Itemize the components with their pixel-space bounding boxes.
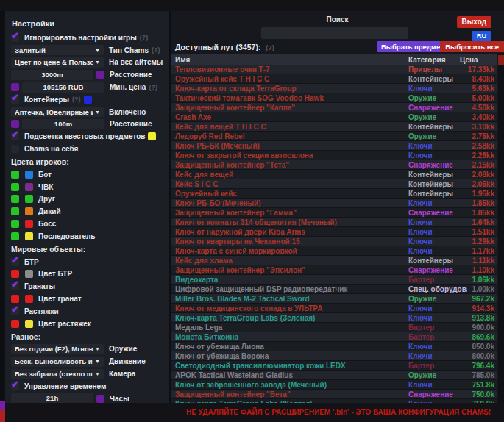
loot-table-row[interactable]: Защищенный контейнер "Каппа"Снаряжение4.… [171,103,497,112]
loot-table-row[interactable]: Ключ от медицинского склада в УЛЬТРАКлюч… [171,304,497,313]
loot-table-row[interactable]: Ключ от закрытой секции автосалонаКлючи2… [171,151,497,160]
loot-table-row[interactable]: ВидеокартаБартер1.06kk [171,275,497,285]
loot-table-row[interactable]: Монета БиткоинаБартер869.6k [171,332,497,342]
color-swatch[interactable] [25,220,33,228]
hours-color-swatch[interactable] [96,395,104,403]
color-swatch[interactable] [11,183,19,191]
checkbox-icon[interactable] [11,145,19,153]
checkbox-checked-icon[interactable] [11,282,19,290]
container-types-dropdown[interactable]: Аптечка, Ювелирные и... [11,107,104,117]
price-color-dropdown[interactable]: Цвет по цене & Пользователь [11,57,104,68]
quest-items-row[interactable]: Подсветка квестовых предметов [5,130,169,143]
help-icon[interactable]: (?) [140,34,149,41]
world-object-toggle-row[interactable]: БТР [5,256,169,268]
world-color-row[interactable]: Цвет БТР [5,268,169,281]
loot-table-row[interactable]: Защищенный контейнер "Гамма"Снаряжение1.… [171,208,497,218]
distance-input[interactable]: 3000m [11,70,93,80]
color-swatch[interactable] [25,171,33,179]
loot-table-row[interactable]: Оружейный кейсКонтейнеры1.95kk [171,189,497,199]
help-icon[interactable]: (?) [72,96,81,103]
loot-table-row[interactable]: Защищенный контейнер "Бета"Снаряжение750… [171,390,497,399]
player-color-row[interactable]: Бот [5,168,169,181]
distance-color-swatch[interactable] [96,71,104,79]
loot-table-row[interactable]: Светодиодный трансиллюминатор кожи LEDXБ… [171,361,497,371]
min-price-input[interactable]: 105156 RUB [22,82,104,93]
color-swatch[interactable] [25,195,33,203]
checkbox-checked-icon[interactable] [11,34,19,42]
scrollbar-thumb[interactable] [498,55,504,65]
search-input[interactable] [261,27,408,39]
container-distance-color-swatch[interactable] [11,120,19,128]
loot-table-row[interactable]: Ключ от квартиры на Чеканной 15Ключи1.29… [171,237,497,246]
color-swatch[interactable] [25,232,33,240]
color-swatch[interactable] [25,270,33,278]
checkbox-checked-icon[interactable] [11,258,19,266]
loot-table-row[interactable]: Ледоруб Red RebelОружие2.75kk [171,132,497,141]
language-button[interactable]: RU [472,31,491,41]
column-header-price[interactable]: Цена [460,56,497,64]
loot-table-row[interactable]: Miller Bros. Blades M-2 Tactical SwordОр… [171,294,497,304]
loot-table-row[interactable]: Crash AxeОружие3.40kk [171,112,497,122]
color-swatch[interactable] [11,295,19,303]
help-icon[interactable]: (?) [266,44,274,51]
containers-row[interactable]: Контейнеры (?) [5,93,169,106]
loot-table-row[interactable]: Ключ-карта с синей маркировкойКлючи1.17k… [171,246,497,256]
color-swatch[interactable] [11,195,19,203]
chams-self-row[interactable]: Chams на себя [5,143,169,155]
player-color-row[interactable]: ЧВК [5,181,169,193]
loot-table-row[interactable]: Оружейный кейс T H I C CКонтейнеры8.40kk [171,74,497,84]
color-swatch[interactable] [11,171,19,179]
loot-table-row[interactable]: Ключ от наружной двери Kiba ArmsКлючи1.5… [171,227,497,237]
loot-table-row[interactable]: Цифровой защищенный DSP радиопередатчикС… [171,285,497,294]
loot-table-row[interactable]: Тепловизионные очки Т-7Прицелы17.33kk [171,65,497,74]
checkbox-checked-icon[interactable] [11,382,19,390]
color-swatch[interactable] [25,320,33,328]
color-swatch[interactable] [11,220,19,228]
loot-table-row[interactable]: Ключ от комнаты 314 общежития (Меченый)К… [171,218,497,227]
loot-table-row[interactable]: Ключ-карта TerraGroup Labs (Зеленая)Ключ… [171,313,497,323]
exit-button[interactable]: Выход [457,16,491,28]
loot-table-row[interactable]: Медаль LegaБартер900.0k [171,323,497,332]
color-swatch[interactable] [11,207,19,215]
loot-table-row[interactable]: Защищенный контейнер "Тета"Снаряжение2.1… [171,160,497,170]
world-object-toggle-row[interactable]: Гранаты [5,280,169,293]
weapon-misc-dropdown[interactable]: Без отдачи (F2), Мгновенное п [11,344,104,354]
help-icon[interactable]: (?) [152,46,160,54]
player-color-row[interactable]: Босс [5,218,169,230]
time-control-row[interactable]: Управление временем [5,380,169,393]
loot-table-row[interactable]: Кейс для хламаКонтейнеры1.11kk [171,256,497,265]
loot-table-row[interactable]: APOK Tactical Wasteland GladiusОружие785… [171,371,497,380]
quest-items-color-swatch[interactable] [148,132,156,140]
loot-table-row[interactable]: Ключ-карта от склада TerraGroupКлючи5.63… [171,84,497,93]
checkbox-checked-icon[interactable] [11,307,19,315]
column-header-category[interactable]: Категория [408,56,460,64]
world-object-toggle-row[interactable]: Растяжки [5,305,169,318]
chams-type-dropdown[interactable]: Залитый [11,45,104,55]
player-color-row[interactable]: Последователь [5,230,169,243]
loot-table-row[interactable]: Кейс для вещей T H I C CКонтейнеры3.10kk [171,122,497,132]
color-swatch[interactable] [11,270,19,278]
loot-table-row[interactable]: Кейс для вещейКонтейнеры2.08kk [171,170,497,179]
loot-table-row[interactable]: Кейс S I C CКонтейнеры2.05kk [171,179,497,189]
checkbox-checked-icon[interactable] [11,132,19,140]
loot-table-row[interactable]: Ключ от убежища ВоронаКлючи800.0k [171,351,497,361]
color-swatch[interactable] [25,183,33,191]
scrollbar-track[interactable] [498,54,504,403]
camera-misc-dropdown[interactable]: Без забрала (стекло шлема) [11,369,104,379]
loot-table-row[interactable]: Ключ от убежища ЛионаКлючи850.0k [171,342,497,351]
hours-input[interactable]: 21h [11,393,93,403]
column-header-name[interactable]: Имя [171,56,408,64]
help-icon[interactable]: (?) [149,84,157,91]
player-color-row[interactable]: Друг [5,193,169,206]
min-price-color-swatch[interactable] [11,83,19,91]
color-swatch[interactable] [11,320,19,328]
color-swatch[interactable] [25,207,33,215]
color-swatch[interactable] [25,295,33,303]
world-color-row[interactable]: Цвет растяжек [5,318,169,330]
container-distance-input[interactable]: 100m [22,119,104,129]
movement-misc-dropdown[interactable]: Беск. выносливость и нет уста: [11,357,104,367]
loot-table-row[interactable]: Тактический томагавк SOG Voodoo HawkОруж… [171,93,497,103]
ignore-game-settings-row[interactable]: Игнорировать настройки игры (?) [5,32,169,44]
drop-all-button[interactable]: Выбросить все [440,41,504,52]
world-color-row[interactable]: Цвет гранат [5,293,169,305]
